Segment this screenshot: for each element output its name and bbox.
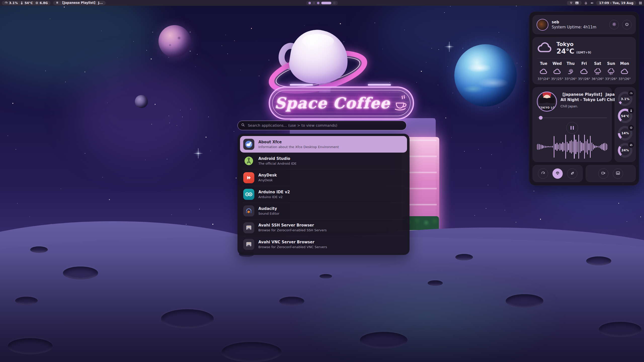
sign-light xyxy=(290,84,313,86)
app-text: Avahi VNC Server Browser Browse for Zero… xyxy=(258,240,327,249)
workspace-indicator[interactable] xyxy=(306,1,338,5)
workspace-dot[interactable] xyxy=(313,2,315,4)
neon-sign: Space Coffee xyxy=(269,86,414,120)
power-button[interactable] xyxy=(622,20,632,29)
powersave-mode-button[interactable] xyxy=(567,168,577,179)
screenshot-button[interactable] xyxy=(613,168,623,179)
chip-icon xyxy=(628,125,634,131)
network-port-icon xyxy=(243,222,254,233)
neon-sign-text: Space Coffee xyxy=(274,94,390,112)
workspace-dot-active[interactable] xyxy=(321,2,331,4)
forecast-day: Tue 33°/24° xyxy=(537,61,550,81)
temperature-value: 54°C xyxy=(25,1,33,5)
forecast-day: Fri 35°/26° xyxy=(578,61,591,81)
capture-pill xyxy=(586,165,636,182)
search-results: About Xfce Information about the Xfce De… xyxy=(237,134,410,255)
memory-gauge: 14% xyxy=(618,126,632,141)
sign-light xyxy=(368,84,391,86)
app-description: The official Android IDE xyxy=(258,162,297,166)
app-row-avahi-vnc[interactable]: Avahi VNC Server Browser Browse for Zero… xyxy=(240,236,407,253)
sidebar-middle: TOKYO LO 【Japanese Playlist】 Japan All N… xyxy=(533,87,636,162)
play-pause-button[interactable] xyxy=(566,122,578,134)
app-text: Arduino IDE v2 Arduino IDE v2 xyxy=(258,190,290,199)
cloud-icon xyxy=(621,68,629,75)
volume-icon[interactable] xyxy=(590,1,594,5)
screen-record-button[interactable] xyxy=(598,168,609,179)
speedometer-icon xyxy=(628,90,634,96)
app-row-audacity[interactable]: Audacity Sound Editor xyxy=(240,203,407,219)
audacity-icon xyxy=(243,205,254,216)
speedometer-icon xyxy=(5,1,8,5)
notifications-bell-icon[interactable] xyxy=(584,1,588,5)
weather-timezone: (GMT+9) xyxy=(576,51,591,54)
neon-coffee-cup-icon xyxy=(394,95,408,112)
power-icon xyxy=(625,22,629,27)
app-title: Avahi VNC Server Browser xyxy=(258,240,327,244)
avatar xyxy=(537,19,548,31)
anydesk-icon xyxy=(243,172,254,183)
app-title: Arduino IDE v2 xyxy=(258,190,290,194)
rain-icon xyxy=(594,68,601,75)
app-row-avahi-ssh[interactable]: Avahi SSH Server Browser Browse for Zero… xyxy=(240,219,407,236)
settings-button[interactable] xyxy=(609,20,619,29)
weather-card: Tokyo 24°C (GMT+9) Tue 33°/24° Wed 35°/2… xyxy=(533,37,636,84)
app-row-android-studio[interactable]: Android Studio The official Android IDE xyxy=(240,153,407,169)
now-playing-pill[interactable]: 【Japanese Playlist】 J... xyxy=(53,1,106,5)
space-coffee-cup xyxy=(272,30,367,93)
performance-mode-button[interactable] xyxy=(538,168,548,179)
thermometer-icon xyxy=(628,108,634,113)
disk-icon xyxy=(628,142,634,148)
app-grid-icon[interactable] xyxy=(639,1,642,5)
disk-gauge: 24% xyxy=(618,143,632,158)
app-description: Browse for Zeroconf-enabled SSH Servers xyxy=(258,228,327,232)
track-artist: Chill Japan. xyxy=(560,104,608,108)
search-bar[interactable] xyxy=(237,121,407,130)
user-texts: seb System Uptime: 4h11m xyxy=(552,20,606,29)
music-header: TOKYO LO 【Japanese Playlist】 Japan All N… xyxy=(537,92,608,112)
forecast-row: Tue 33°/24° Wed 35°/25° Thu 33°/26° Fri … xyxy=(537,61,631,81)
system-uptime: System Uptime: 4h11m xyxy=(552,25,606,29)
track-titles: 【Japanese Playlist】 Japan All Night - To… xyxy=(560,92,608,112)
tray-pill[interactable] xyxy=(567,1,582,5)
temperature-stat: 54°C xyxy=(20,1,33,5)
app-title: AnyDesk xyxy=(258,173,277,177)
workspace-dot[interactable] xyxy=(317,2,319,4)
search-icon xyxy=(241,123,245,128)
wallpaper-icon[interactable] xyxy=(575,1,579,5)
memory-stat: 6.8G xyxy=(35,1,48,5)
network-icon[interactable] xyxy=(570,1,573,5)
cloud-icon xyxy=(580,68,588,75)
memory-value: 6.8G xyxy=(40,1,48,5)
forecast-day: Thu 33°/26° xyxy=(564,61,577,81)
clock[interactable]: 17:09 - Tue, 19 Aug xyxy=(596,1,636,5)
app-row-about-xfce[interactable]: About Xfce Information about the Xfce De… xyxy=(240,136,407,153)
leaf-icon xyxy=(570,171,575,176)
cpu-usage-value: 3.1% xyxy=(9,1,18,5)
weather-texts: Tokyo 24°C (GMT+9) xyxy=(556,41,591,55)
app-row-arduino[interactable]: Arduino IDE v2 Arduino IDE v2 xyxy=(240,186,407,203)
balanced-mode-button[interactable] xyxy=(552,168,563,179)
workspace-dot[interactable] xyxy=(333,2,336,4)
search-input[interactable] xyxy=(247,123,403,128)
seek-slider[interactable] xyxy=(537,116,608,120)
scales-icon xyxy=(555,171,560,176)
topbar-tray: 17:09 - Tue, 19 Aug xyxy=(567,1,642,5)
track-title-line1: 【Japanese Playlist】 Japan xyxy=(560,92,608,97)
forecast-day: Sat 36°/26° xyxy=(591,61,604,81)
chip-icon xyxy=(35,1,38,5)
app-row-anydesk[interactable]: AnyDesk AnyDesk xyxy=(240,169,407,186)
xfce-mouse-icon xyxy=(243,139,254,150)
seek-knob[interactable] xyxy=(539,116,543,120)
username: seb xyxy=(552,20,606,24)
app-description: Information about the Xfce Desktop Envir… xyxy=(258,145,339,149)
system-gauges-card: 3.1% 54°C 14% 24% xyxy=(615,87,636,162)
thermometer-icon xyxy=(20,1,23,5)
audio-visualizer xyxy=(537,135,608,159)
app-title: About Xfce xyxy=(258,140,339,144)
forecast-day: Sun 33°/26° xyxy=(605,61,618,81)
now-playing-label: 【Japanese Playlist】 J... xyxy=(61,1,103,5)
cloud-icon xyxy=(537,42,553,55)
workspace-dot[interactable] xyxy=(308,2,311,4)
album-art: TOKYO LO xyxy=(537,92,557,112)
track-title-line2: All Night - Tokyo LoFi Chill... xyxy=(560,97,608,103)
